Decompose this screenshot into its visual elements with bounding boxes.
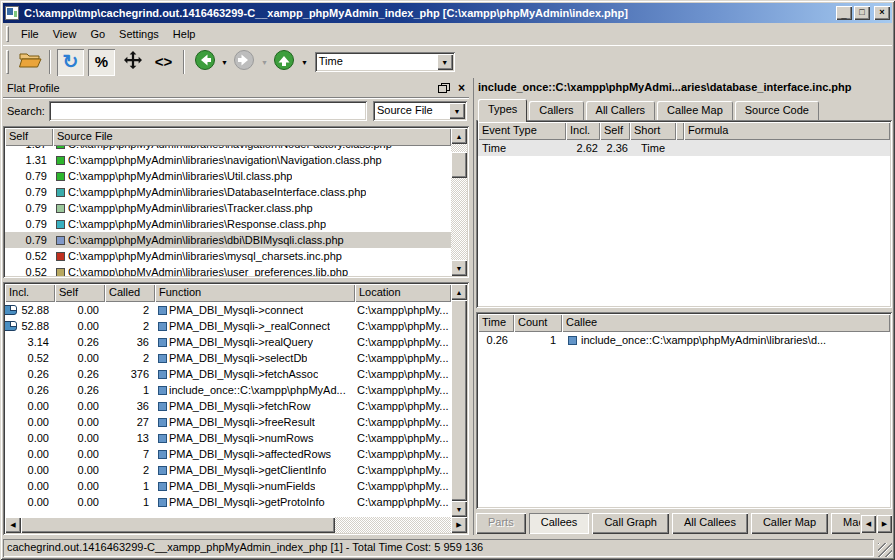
column-header-self[interactable]: Self — [5, 128, 53, 146]
dock-title-bar[interactable]: Flat Profile × — [3, 78, 469, 98]
scroll-right-icon[interactable]: ▶ — [451, 517, 467, 533]
title-bar[interactable]: C:\xampp\tmp\cachegrind.out.1416463299-C… — [3, 3, 892, 23]
bottom-tab-call-graph[interactable]: Call Graph — [592, 513, 669, 534]
chevron-down-icon[interactable]: ▼ — [301, 59, 308, 66]
forward-button[interactable] — [231, 49, 258, 76]
function-row[interactable]: 0.000.0027PMA_DBI_Mysqli->freeResultC:\x… — [5, 414, 451, 430]
tab-callee-map[interactable]: Callee Map — [657, 101, 733, 120]
bottom-tab-caller-map[interactable]: Caller Map — [751, 513, 828, 534]
search-input[interactable] — [49, 101, 367, 121]
function-table-vscrollbar[interactable]: ▲ ▼ — [451, 284, 467, 517]
function-row[interactable]: 0.000.007PMA_DBI_Mysqli->affectedRowsC:\… — [5, 446, 451, 462]
source-file-row[interactable]: 0.79C:\xampp\phpMyAdmin\libraries\dbi\DB… — [5, 232, 451, 248]
tab-all-callers[interactable]: All Callers — [586, 101, 656, 120]
up-button[interactable] — [271, 49, 298, 76]
column-header-col-spacer[interactable] — [676, 122, 684, 140]
source-file-row[interactable]: 0.79C:\xampp\phpMyAdmin\libraries\Respon… — [5, 216, 451, 232]
bottom-tab-callees[interactable]: Callees — [529, 513, 590, 534]
column-header-formula[interactable]: Formula — [684, 122, 890, 140]
chevron-down-icon[interactable]: ▼ — [221, 59, 228, 66]
group-by-select[interactable]: Source File ▼ — [373, 101, 467, 121]
source-file-row[interactable]: 1.31C:\xampp\phpMyAdmin\libraries\naviga… — [5, 152, 451, 168]
scroll-up-icon[interactable]: ▲ — [451, 128, 467, 144]
tab-types[interactable]: Types — [478, 99, 527, 122]
scroll-left-icon[interactable]: ◀ — [5, 517, 21, 533]
source-file-row[interactable]: 0.79C:\xampp\phpMyAdmin\libraries\Databa… — [5, 184, 451, 200]
function-row[interactable]: 0.000.0036PMA_DBI_Mysqli->fetchRowC:\xam… — [5, 398, 451, 414]
scrollbar-thumb[interactable] — [451, 300, 467, 501]
scroll-down-icon[interactable]: ▼ — [451, 501, 467, 517]
event-type-select[interactable]: Time ▼ — [315, 52, 455, 72]
function-icon — [158, 338, 167, 347]
chevron-down-icon[interactable]: ▼ — [437, 54, 453, 70]
open-file-button[interactable] — [16, 49, 43, 76]
expand-areas-button[interactable] — [119, 49, 146, 76]
scroll-up-icon[interactable]: ▲ — [451, 284, 467, 300]
column-header-called[interactable]: Called — [105, 284, 155, 302]
menu-item-help[interactable]: Help — [166, 26, 203, 42]
column-header-source-file[interactable]: Source File — [53, 128, 451, 146]
column-header-time[interactable]: Time — [478, 314, 514, 332]
incl-cost-cell: 0.26 — [5, 368, 55, 380]
tab-scroll-right-icon[interactable]: ▶ — [877, 515, 892, 533]
menu-item-go[interactable]: Go — [83, 26, 112, 42]
bottom-tab-all-callees[interactable]: All Callees — [672, 513, 748, 534]
function-row[interactable]: 0.260.26376PMA_DBI_Mysqli->fetchAssocC:\… — [5, 366, 451, 382]
function-row[interactable]: 3.140.2636PMA_DBI_Mysqli->realQueryC:\xa… — [5, 334, 451, 350]
source-table-vscrollbar[interactable]: ▲ ▼ — [451, 128, 467, 276]
column-header-event-type[interactable]: Event Type — [478, 122, 566, 140]
close-dock-icon[interactable]: × — [458, 82, 465, 94]
scrollbar-thumb[interactable] — [451, 152, 467, 178]
menu-item-file[interactable]: File — [14, 26, 46, 42]
column-header-incl[interactable]: Incl. — [5, 284, 55, 302]
tab-callers[interactable]: Callers — [529, 101, 583, 120]
self-cost-cell: 0.00 — [55, 464, 105, 476]
minimize-button[interactable]: _ — [836, 6, 852, 20]
column-header-location[interactable]: Location — [355, 284, 451, 302]
function-row[interactable]: 0.000.001PMA_DBI_Mysqli->numFieldsC:\xam… — [5, 478, 451, 494]
tab-scroll-left-icon[interactable]: ◀ — [861, 515, 876, 533]
event-type-row[interactable]: Time2.622.36Time — [478, 140, 890, 156]
function-row[interactable]: 52.880.002PMA_DBI_Mysqli->connectC:\xamp… — [5, 302, 451, 318]
back-button[interactable] — [191, 49, 218, 76]
column-header-self[interactable]: Self — [55, 284, 105, 302]
column-header-incl[interactable]: Incl. — [566, 122, 600, 140]
callee-row[interactable]: 0.261include_once::C:\xampp\phpMyAdmin\l… — [478, 332, 890, 348]
menu-item-settings[interactable]: Settings — [112, 26, 166, 42]
relative-cost-button[interactable]: ↻ — [57, 49, 84, 76]
function-row[interactable]: 52.880.002PMA_DBI_Mysqli->_realConnectC:… — [5, 318, 451, 334]
function-row[interactable]: 0.520.002PMA_DBI_Mysqli->selectDbC:\xamp… — [5, 350, 451, 366]
column-header-function[interactable]: Function — [155, 284, 355, 302]
chevron-down-icon[interactable]: ▼ — [449, 103, 465, 119]
source-file-row[interactable]: 0.79C:\xampp\phpMyAdmin\libraries\Util.c… — [5, 168, 451, 184]
function-row[interactable]: 0.000.002PMA_DBI_Mysqli->getClientInfoC:… — [5, 462, 451, 478]
bottom-tab-machine[interactable]: Machine — [831, 513, 860, 534]
scrollbar-thumb[interactable] — [21, 517, 335, 533]
source-file-row[interactable]: 0.79C:\xampp\phpMyAdmin\libraries\Tracke… — [5, 200, 451, 216]
percent-relative-button[interactable]: % — [88, 49, 115, 76]
resize-grip[interactable] — [878, 543, 892, 557]
menubar-handle[interactable] — [6, 26, 9, 42]
scroll-down-icon[interactable]: ▼ — [451, 260, 467, 276]
function-row[interactable]: 0.000.001PMA_DBI_Mysqli->getProtoInfoC:\… — [5, 494, 451, 510]
event-table-body: Time2.622.36Time — [478, 140, 890, 306]
menu-item-view[interactable]: View — [46, 26, 84, 42]
toolbar-handle[interactable] — [6, 50, 9, 74]
chevron-down-icon[interactable]: ▼ — [261, 59, 268, 66]
column-header-callee[interactable]: Callee — [562, 314, 890, 332]
float-dock-icon[interactable] — [438, 83, 450, 93]
maximize-button[interactable]: □ — [854, 6, 870, 20]
toolbar-group-open-file-button — [15, 49, 44, 76]
column-header-short[interactable]: Short — [630, 122, 676, 140]
close-button[interactable]: × — [874, 6, 890, 20]
source-file-row[interactable]: 0.52C:\xampp\phpMyAdmin\libraries\mysql_… — [5, 248, 451, 264]
tab-source-code[interactable]: Source Code — [735, 101, 819, 120]
column-header-self[interactable]: Self — [600, 122, 630, 140]
column-header-count[interactable]: Count — [514, 314, 562, 332]
incl-cost-cell: 0.00 — [5, 464, 55, 476]
function-table-hscrollbar[interactable]: ◀ ▶ — [5, 517, 467, 533]
function-row[interactable]: 0.000.0013PMA_DBI_Mysqli->numRowsC:\xamp… — [5, 430, 451, 446]
source-file-row[interactable]: 0.52C:\xampp\phpMyAdmin\libraries\user_p… — [5, 264, 451, 276]
cycle-detection-button[interactable]: <> — [150, 49, 177, 76]
function-row[interactable]: 0.260.261include_once::C:\xampp\phpMyAd.… — [5, 382, 451, 398]
